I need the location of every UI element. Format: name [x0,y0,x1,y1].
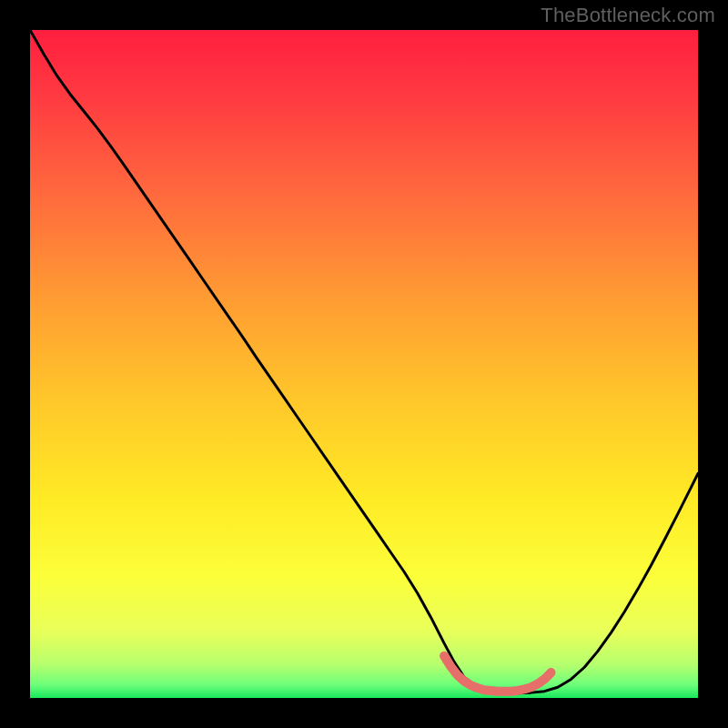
optimal-range-highlight [444,656,551,692]
plot-area [30,30,698,698]
watermark: TheBottleneck.com [541,4,715,27]
chart-stage: TheBottleneck.com [0,0,728,728]
bottleneck-curve [30,30,698,693]
curve-layer [30,30,698,698]
